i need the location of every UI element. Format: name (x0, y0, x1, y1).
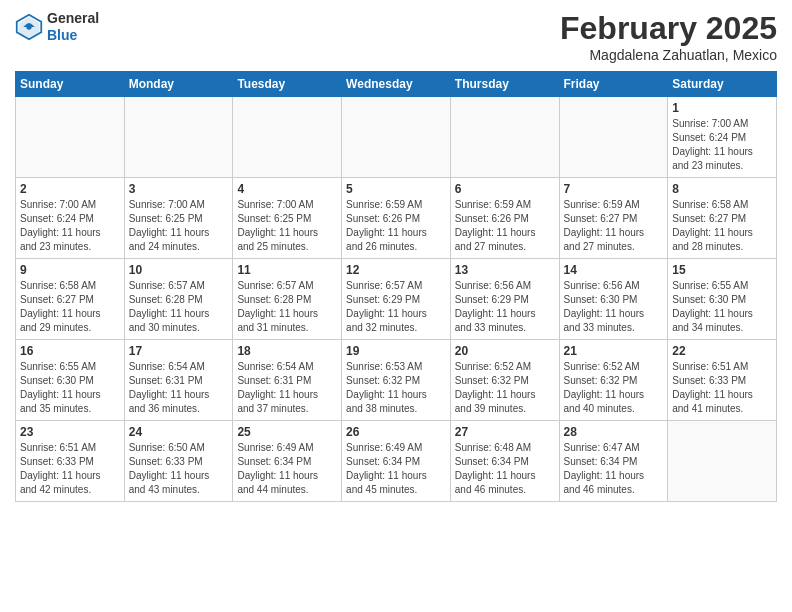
day-number: 11 (237, 263, 337, 277)
calendar-cell: 7Sunrise: 6:59 AM Sunset: 6:27 PM Daylig… (559, 178, 668, 259)
calendar-cell: 12Sunrise: 6:57 AM Sunset: 6:29 PM Dayli… (342, 259, 451, 340)
logo: General Blue (15, 10, 99, 44)
day-number: 27 (455, 425, 555, 439)
day-info: Sunrise: 6:53 AM Sunset: 6:32 PM Dayligh… (346, 360, 446, 416)
day-info: Sunrise: 6:49 AM Sunset: 6:34 PM Dayligh… (346, 441, 446, 497)
day-number: 17 (129, 344, 229, 358)
day-number: 1 (672, 101, 772, 115)
day-info: Sunrise: 6:51 AM Sunset: 6:33 PM Dayligh… (20, 441, 120, 497)
day-info: Sunrise: 6:56 AM Sunset: 6:30 PM Dayligh… (564, 279, 664, 335)
calendar-cell: 18Sunrise: 6:54 AM Sunset: 6:31 PM Dayli… (233, 340, 342, 421)
calendar-cell (342, 97, 451, 178)
day-info: Sunrise: 6:55 AM Sunset: 6:30 PM Dayligh… (20, 360, 120, 416)
calendar-header-row: SundayMondayTuesdayWednesdayThursdayFrid… (16, 72, 777, 97)
calendar-cell (668, 421, 777, 502)
day-number: 2 (20, 182, 120, 196)
day-info: Sunrise: 6:57 AM Sunset: 6:29 PM Dayligh… (346, 279, 446, 335)
calendar-cell: 13Sunrise: 6:56 AM Sunset: 6:29 PM Dayli… (450, 259, 559, 340)
calendar-week-row: 1Sunrise: 7:00 AM Sunset: 6:24 PM Daylig… (16, 97, 777, 178)
day-number: 13 (455, 263, 555, 277)
calendar-week-row: 23Sunrise: 6:51 AM Sunset: 6:33 PM Dayli… (16, 421, 777, 502)
logo-general: General (47, 10, 99, 26)
weekday-header: Sunday (16, 72, 125, 97)
day-number: 24 (129, 425, 229, 439)
day-number: 8 (672, 182, 772, 196)
calendar-cell: 27Sunrise: 6:48 AM Sunset: 6:34 PM Dayli… (450, 421, 559, 502)
day-info: Sunrise: 6:50 AM Sunset: 6:33 PM Dayligh… (129, 441, 229, 497)
calendar-cell: 2Sunrise: 7:00 AM Sunset: 6:24 PM Daylig… (16, 178, 125, 259)
title-block: February 2025 Magdalena Zahuatlan, Mexic… (560, 10, 777, 63)
day-info: Sunrise: 6:52 AM Sunset: 6:32 PM Dayligh… (564, 360, 664, 416)
calendar-cell: 3Sunrise: 7:00 AM Sunset: 6:25 PM Daylig… (124, 178, 233, 259)
weekday-header: Saturday (668, 72, 777, 97)
day-info: Sunrise: 7:00 AM Sunset: 6:25 PM Dayligh… (129, 198, 229, 254)
day-number: 12 (346, 263, 446, 277)
calendar-table: SundayMondayTuesdayWednesdayThursdayFrid… (15, 71, 777, 502)
day-number: 20 (455, 344, 555, 358)
weekday-header: Thursday (450, 72, 559, 97)
weekday-header: Wednesday (342, 72, 451, 97)
day-number: 4 (237, 182, 337, 196)
day-number: 7 (564, 182, 664, 196)
day-number: 3 (129, 182, 229, 196)
day-info: Sunrise: 7:00 AM Sunset: 6:24 PM Dayligh… (20, 198, 120, 254)
svg-point-2 (26, 24, 31, 29)
calendar-cell: 10Sunrise: 6:57 AM Sunset: 6:28 PM Dayli… (124, 259, 233, 340)
day-info: Sunrise: 6:59 AM Sunset: 6:26 PM Dayligh… (346, 198, 446, 254)
calendar-week-row: 9Sunrise: 6:58 AM Sunset: 6:27 PM Daylig… (16, 259, 777, 340)
day-number: 21 (564, 344, 664, 358)
calendar-week-row: 2Sunrise: 7:00 AM Sunset: 6:24 PM Daylig… (16, 178, 777, 259)
day-info: Sunrise: 6:52 AM Sunset: 6:32 PM Dayligh… (455, 360, 555, 416)
weekday-header: Tuesday (233, 72, 342, 97)
day-info: Sunrise: 6:57 AM Sunset: 6:28 PM Dayligh… (129, 279, 229, 335)
day-info: Sunrise: 6:54 AM Sunset: 6:31 PM Dayligh… (129, 360, 229, 416)
weekday-header: Monday (124, 72, 233, 97)
day-info: Sunrise: 6:58 AM Sunset: 6:27 PM Dayligh… (672, 198, 772, 254)
day-number: 26 (346, 425, 446, 439)
calendar-cell: 24Sunrise: 6:50 AM Sunset: 6:33 PM Dayli… (124, 421, 233, 502)
calendar-cell (559, 97, 668, 178)
calendar-cell: 15Sunrise: 6:55 AM Sunset: 6:30 PM Dayli… (668, 259, 777, 340)
day-info: Sunrise: 6:51 AM Sunset: 6:33 PM Dayligh… (672, 360, 772, 416)
calendar-cell: 21Sunrise: 6:52 AM Sunset: 6:32 PM Dayli… (559, 340, 668, 421)
calendar-cell: 22Sunrise: 6:51 AM Sunset: 6:33 PM Dayli… (668, 340, 777, 421)
day-info: Sunrise: 6:59 AM Sunset: 6:27 PM Dayligh… (564, 198, 664, 254)
day-info: Sunrise: 6:49 AM Sunset: 6:34 PM Dayligh… (237, 441, 337, 497)
calendar-cell (16, 97, 125, 178)
day-info: Sunrise: 6:58 AM Sunset: 6:27 PM Dayligh… (20, 279, 120, 335)
location: Magdalena Zahuatlan, Mexico (560, 47, 777, 63)
day-number: 25 (237, 425, 337, 439)
day-number: 9 (20, 263, 120, 277)
day-number: 23 (20, 425, 120, 439)
day-number: 22 (672, 344, 772, 358)
calendar-cell: 8Sunrise: 6:58 AM Sunset: 6:27 PM Daylig… (668, 178, 777, 259)
page-header: General Blue February 2025 Magdalena Zah… (15, 10, 777, 63)
calendar-cell: 14Sunrise: 6:56 AM Sunset: 6:30 PM Dayli… (559, 259, 668, 340)
calendar-cell (450, 97, 559, 178)
day-number: 6 (455, 182, 555, 196)
day-info: Sunrise: 7:00 AM Sunset: 6:24 PM Dayligh… (672, 117, 772, 173)
day-number: 10 (129, 263, 229, 277)
calendar-cell: 19Sunrise: 6:53 AM Sunset: 6:32 PM Dayli… (342, 340, 451, 421)
calendar-cell: 4Sunrise: 7:00 AM Sunset: 6:25 PM Daylig… (233, 178, 342, 259)
calendar-cell: 9Sunrise: 6:58 AM Sunset: 6:27 PM Daylig… (16, 259, 125, 340)
day-info: Sunrise: 6:59 AM Sunset: 6:26 PM Dayligh… (455, 198, 555, 254)
day-number: 18 (237, 344, 337, 358)
calendar-cell: 20Sunrise: 6:52 AM Sunset: 6:32 PM Dayli… (450, 340, 559, 421)
day-number: 19 (346, 344, 446, 358)
calendar-week-row: 16Sunrise: 6:55 AM Sunset: 6:30 PM Dayli… (16, 340, 777, 421)
calendar-cell: 17Sunrise: 6:54 AM Sunset: 6:31 PM Dayli… (124, 340, 233, 421)
calendar-cell: 11Sunrise: 6:57 AM Sunset: 6:28 PM Dayli… (233, 259, 342, 340)
weekday-header: Friday (559, 72, 668, 97)
calendar-cell: 28Sunrise: 6:47 AM Sunset: 6:34 PM Dayli… (559, 421, 668, 502)
calendar-cell: 16Sunrise: 6:55 AM Sunset: 6:30 PM Dayli… (16, 340, 125, 421)
calendar-cell: 25Sunrise: 6:49 AM Sunset: 6:34 PM Dayli… (233, 421, 342, 502)
day-info: Sunrise: 6:57 AM Sunset: 6:28 PM Dayligh… (237, 279, 337, 335)
calendar-cell (233, 97, 342, 178)
day-info: Sunrise: 6:47 AM Sunset: 6:34 PM Dayligh… (564, 441, 664, 497)
day-info: Sunrise: 6:54 AM Sunset: 6:31 PM Dayligh… (237, 360, 337, 416)
day-info: Sunrise: 6:48 AM Sunset: 6:34 PM Dayligh… (455, 441, 555, 497)
day-number: 28 (564, 425, 664, 439)
calendar-cell: 1Sunrise: 7:00 AM Sunset: 6:24 PM Daylig… (668, 97, 777, 178)
calendar-cell: 23Sunrise: 6:51 AM Sunset: 6:33 PM Dayli… (16, 421, 125, 502)
